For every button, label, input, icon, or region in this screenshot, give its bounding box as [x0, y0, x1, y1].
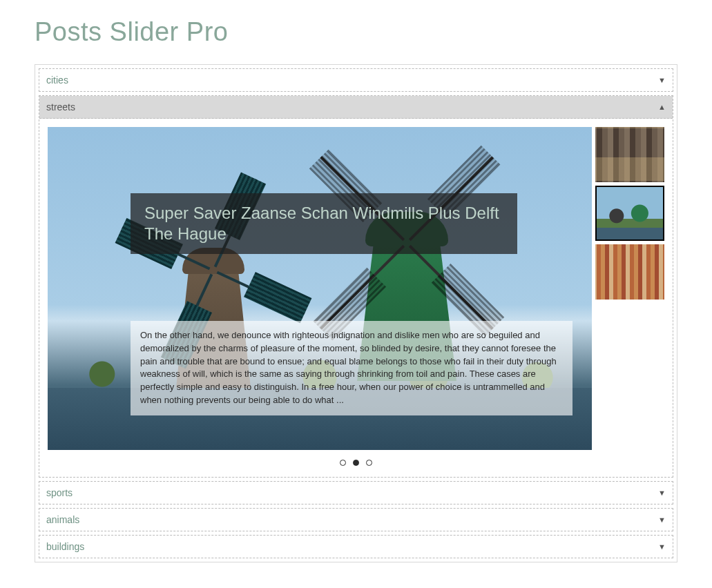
- thumbnail-column: [595, 127, 664, 450]
- accordion-item-streets: streets ▲: [39, 95, 673, 478]
- slide-excerpt: On the other hand, we denounce with righ…: [131, 321, 573, 415]
- accordion-item-sports: sports ▼: [39, 481, 673, 504]
- main-slide[interactable]: Super Saver Zaanse Schan Windmills Plus …: [48, 127, 592, 450]
- posts-slider-widget: cities ▼ streets ▲: [35, 64, 677, 562]
- chevron-down-icon: ▼: [658, 516, 666, 524]
- chevron-down-icon: ▼: [658, 76, 666, 84]
- accordion-header-animals[interactable]: animals ▼: [39, 509, 673, 531]
- accordion-item-cities: cities ▼: [39, 68, 673, 92]
- accordion-label: buildings: [46, 541, 84, 552]
- accordion-header-buildings[interactable]: buildings ▼: [39, 536, 673, 558]
- chevron-down-icon: ▼: [658, 542, 666, 551]
- accordion-header-sports[interactable]: sports ▼: [39, 482, 673, 504]
- thumbnail-windmills[interactable]: [595, 186, 664, 241]
- thumbnail-rooftops[interactable]: [595, 244, 664, 300]
- slider-row: Super Saver Zaanse Schan Windmills Plus …: [48, 127, 664, 450]
- accordion-label: streets: [46, 101, 75, 112]
- pager-dot-3[interactable]: [366, 460, 372, 466]
- slide-title[interactable]: Super Saver Zaanse Schan Windmills Plus …: [131, 193, 517, 254]
- accordion-header-streets[interactable]: streets ▲: [39, 96, 673, 119]
- accordion-item-animals: animals ▼: [39, 508, 673, 531]
- chevron-down-icon: ▼: [658, 489, 666, 497]
- slider-pager: [48, 450, 664, 469]
- accordion-label: sports: [46, 487, 73, 498]
- accordion-header-cities[interactable]: cities ▼: [39, 69, 673, 91]
- accordion-item-buildings: buildings ▼: [39, 535, 673, 558]
- accordion-panel-streets: Super Saver Zaanse Schan Windmills Plus …: [39, 119, 673, 477]
- page-title: Posts Slider Pro: [35, 17, 677, 47]
- accordion-label: animals: [46, 514, 79, 525]
- accordion-label: cities: [46, 75, 68, 86]
- pager-dot-2[interactable]: [353, 460, 359, 466]
- thumbnail-canal-houses[interactable]: [595, 127, 664, 182]
- pager-dot-1[interactable]: [340, 460, 346, 466]
- chevron-up-icon: ▲: [658, 103, 666, 111]
